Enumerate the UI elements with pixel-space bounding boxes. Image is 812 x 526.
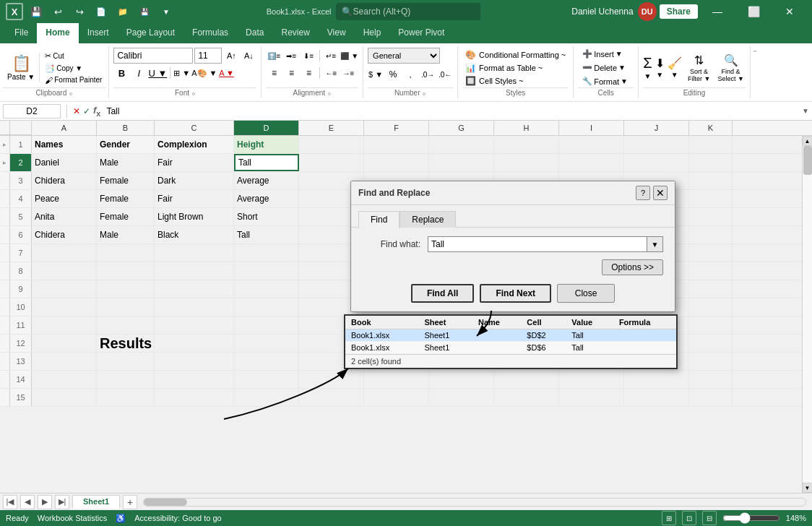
cell-j2[interactable] (624, 154, 689, 171)
number-format-select[interactable]: General Number Currency Percentage (368, 48, 440, 64)
options-button[interactable]: Options >> (602, 259, 663, 275)
align-middle-btn[interactable]: ➡≡ (283, 48, 299, 64)
minimize-btn[interactable]: — (701, 0, 734, 23)
cell-b2[interactable]: Male (97, 154, 155, 171)
cell-a3[interactable]: Chidera (32, 172, 97, 189)
result-row-1[interactable]: Book1.xlsx Sheet1 $D$2 Tall (345, 329, 676, 342)
ribbon-expand-btn[interactable]: ⌃ (751, 46, 759, 98)
cell-k5[interactable] (689, 208, 733, 225)
col-header-k[interactable]: K (689, 121, 733, 135)
tab-page-layout[interactable]: Page Layout (118, 23, 183, 43)
tab-first-btn[interactable]: |◀ (3, 495, 17, 509)
cell-f1[interactable] (364, 136, 429, 153)
decrease-indent-btn[interactable]: ←≡ (323, 65, 339, 81)
find-what-input[interactable] (428, 236, 647, 252)
tab-help[interactable]: Help (355, 23, 390, 43)
col-header-e[interactable]: E (299, 121, 364, 135)
cell-d6[interactable]: Tall (234, 226, 299, 243)
cell-d2[interactable]: Tall (234, 154, 299, 171)
percent-btn[interactable]: % (385, 66, 401, 82)
horizontal-scrollbar[interactable] (143, 498, 806, 506)
cell-e2[interactable] (299, 154, 364, 171)
find-select-btn[interactable]: 🔍 Find &Select ▼ (717, 53, 746, 82)
row-num-11[interactable]: 11 (10, 316, 32, 334)
cell-j1[interactable] (624, 136, 689, 153)
redo-btn[interactable]: ↪ (71, 3, 88, 20)
tab-view[interactable]: View (319, 23, 355, 43)
cell-c1[interactable]: Complexion (155, 136, 234, 153)
maximize-btn[interactable]: ⬜ (737, 0, 770, 23)
find-replace-dialog[interactable]: Find and Replace ? ✕ Find Replace Find w… (350, 181, 675, 312)
font-color-button[interactable]: A ▼ (219, 65, 235, 81)
cell-i1[interactable] (559, 136, 624, 153)
tab-insert[interactable]: Insert (79, 23, 118, 43)
page-layout-view-btn[interactable]: ⊡ (682, 511, 696, 525)
cancel-formula-btn[interactable]: ✕ (73, 106, 80, 116)
cell-g2[interactable] (429, 154, 494, 171)
row-num-3[interactable]: 3 (10, 172, 32, 189)
cell-b4[interactable]: Female (97, 190, 155, 207)
cell-d4[interactable]: Average (234, 190, 299, 207)
find-what-dropdown-btn[interactable]: ▼ (647, 236, 663, 252)
col-header-h[interactable]: H (494, 121, 559, 135)
row-num-12[interactable]: 12 (10, 335, 32, 352)
cell-b6[interactable]: Male (97, 226, 155, 243)
col-header-a[interactable]: A (32, 121, 97, 135)
align-top-btn[interactable]: ⬆️≡ (266, 48, 282, 64)
find-next-button[interactable]: Find Next (480, 284, 551, 303)
cell-d3[interactable]: Average (234, 172, 299, 189)
increase-indent-btn[interactable]: →≡ (340, 65, 356, 81)
decrease-font-btn[interactable]: A↓ (241, 48, 256, 64)
increase-decimal-btn[interactable]: .0→ (420, 66, 436, 82)
save-qat-btn[interactable]: 💾 (27, 3, 45, 20)
align-left-btn[interactable]: ≡ (266, 65, 282, 81)
comma-btn[interactable]: , (402, 66, 418, 82)
wrap-text-btn[interactable]: ↵≡ (323, 48, 339, 64)
cell-k1[interactable] (689, 136, 733, 153)
row-num-14[interactable]: 14 (10, 371, 32, 388)
tab-file[interactable]: File (6, 23, 37, 43)
horizontal-scroll-thumb[interactable] (144, 499, 187, 506)
clear-btn[interactable]: 🧹 ▼ (668, 56, 682, 79)
cell-i2[interactable] (559, 154, 624, 171)
cell-d5[interactable]: Short (234, 208, 299, 225)
page-break-view-btn[interactable]: ⊟ (702, 511, 717, 525)
cell-d1[interactable]: Height (234, 136, 299, 153)
customize-qat-btn[interactable]: ▼ (157, 3, 175, 20)
formula-input[interactable] (103, 104, 799, 118)
dialog-tab-replace[interactable]: Replace (399, 211, 456, 228)
col-header-f[interactable]: F (364, 121, 429, 135)
cell-b5[interactable]: Female (97, 208, 155, 225)
row-num-13[interactable]: 13 (10, 353, 32, 370)
row-num-6[interactable]: 6 (10, 226, 32, 243)
dialog-tab-find[interactable]: Find (358, 211, 399, 228)
paste-button[interactable]: 📋 Paste ▼ (3, 53, 40, 82)
scroll-thumb[interactable] (803, 146, 812, 175)
format-painter-button[interactable]: 🖌Format Painter (43, 75, 104, 85)
row-num-7[interactable]: 7 (10, 244, 32, 262)
cell-b3[interactable]: Female (97, 172, 155, 189)
cell-k2[interactable] (689, 154, 733, 171)
dialog-help-btn[interactable]: ? (636, 186, 650, 200)
cell-a2[interactable]: Daniel (32, 154, 97, 171)
cell-k4[interactable] (689, 190, 733, 207)
border-button[interactable]: ⊞ ▼ (173, 65, 190, 81)
insert-cells-btn[interactable]: ➕ Insert ▼ (578, 48, 634, 60)
cell-styles-btn[interactable]: 🔲 Cell Styles ~ (462, 75, 569, 87)
align-bottom-btn[interactable]: ⬇≡ (301, 48, 316, 64)
merge-center-btn[interactable]: ⬛ ▼ (340, 48, 358, 64)
cell-c3[interactable]: Dark (155, 172, 234, 189)
cut-button[interactable]: ✂Cut (43, 51, 104, 61)
cell-k3[interactable] (689, 172, 733, 189)
fill-btn[interactable]: ⬇ ▼ (655, 56, 665, 79)
currency-btn[interactable]: $ ▼ (368, 66, 384, 82)
cell-a6[interactable]: Chidera (32, 226, 97, 243)
font-size-input[interactable] (194, 48, 222, 64)
search-input[interactable] (336, 3, 480, 20)
cell-c2[interactable]: Fair (155, 154, 234, 171)
insert-function-btn[interactable]: fx (93, 105, 100, 118)
row-expand-1[interactable]: ▸ (0, 136, 10, 153)
cell-h1[interactable] (494, 136, 559, 153)
close-dialog-button[interactable]: Close (557, 284, 615, 303)
autosave-btn[interactable]: 💾 (136, 3, 153, 20)
